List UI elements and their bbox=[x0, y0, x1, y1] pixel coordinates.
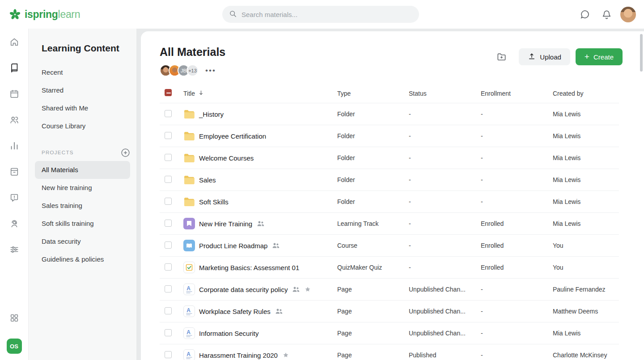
select-all-checkbox[interactable] bbox=[165, 89, 172, 96]
new-folder-button[interactable] bbox=[493, 48, 510, 65]
column-header-type[interactable]: Type bbox=[337, 90, 409, 97]
row-status: Unpublished Chan... bbox=[409, 308, 481, 315]
item-type-folder-icon bbox=[183, 196, 195, 208]
rail-item-learning-content-icon[interactable] bbox=[9, 63, 20, 73]
item-type-folder-icon bbox=[183, 108, 195, 120]
row-checkbox[interactable] bbox=[165, 263, 172, 271]
projects-header: PROJECTS bbox=[35, 148, 130, 157]
table-row[interactable]: Product Line RoadmapCourse-EnrolledYou bbox=[160, 235, 619, 257]
table-row[interactable]: New Hire TrainingLearning Track-Enrolled… bbox=[160, 213, 619, 235]
row-enrollment: - bbox=[481, 198, 553, 205]
item-type-page-icon: A bbox=[183, 327, 195, 339]
rail-item-settings-icon[interactable] bbox=[9, 244, 20, 255]
sidebar-project-sales-training[interactable]: Sales training bbox=[35, 197, 130, 215]
notifications-button[interactable] bbox=[599, 7, 614, 22]
more-members-button[interactable]: ••• bbox=[204, 65, 217, 76]
sidebar-nav: RecentStarredShared with MeCourse Librar… bbox=[29, 64, 136, 135]
rail-item-home-icon[interactable] bbox=[9, 37, 20, 47]
messages-button[interactable] bbox=[577, 7, 593, 22]
sidebar-project-guidelines-policies[interactable]: Guidelines & policies bbox=[35, 250, 130, 268]
table-row[interactable]: Soft SkillsFolder--Mia Lewis bbox=[160, 191, 619, 213]
table-row[interactable]: Welcome CoursesFolder--Mia Lewis bbox=[160, 147, 619, 169]
sidebar-item-course-library[interactable]: Course Library bbox=[35, 117, 130, 135]
row-checkbox[interactable] bbox=[165, 110, 172, 117]
row-checkbox[interactable] bbox=[165, 285, 172, 292]
search-input[interactable] bbox=[242, 11, 413, 18]
table-row[interactable]: Marketing Basics: Assessment 01QuizMaker… bbox=[160, 257, 619, 279]
content-panel: All Materials JB +13 ••• bbox=[141, 31, 644, 360]
people-icon bbox=[257, 221, 264, 226]
row-checkbox[interactable] bbox=[165, 220, 172, 227]
sidebar-project-all-materials[interactable]: All Materials bbox=[35, 161, 130, 179]
svg-text:A: A bbox=[186, 329, 191, 335]
row-created-by: Mia Lewis bbox=[553, 176, 619, 183]
page-title: All Materials bbox=[160, 46, 225, 59]
row-checkbox[interactable] bbox=[165, 154, 172, 161]
create-button[interactable]: + Create bbox=[576, 48, 623, 65]
rail-item-reports-icon[interactable] bbox=[9, 140, 20, 151]
sidebar-item-shared-with-me[interactable]: Shared with Me bbox=[35, 99, 130, 117]
row-created-by: Charlotte McKinsey bbox=[553, 352, 619, 359]
row-checkbox[interactable] bbox=[165, 132, 172, 139]
row-checkbox[interactable] bbox=[165, 241, 172, 249]
table-row[interactable]: SalesFolder--Mia Lewis bbox=[160, 169, 619, 191]
table-row[interactable]: AHarassment Training 2020PagePublished-C… bbox=[160, 344, 619, 360]
row-type: Folder bbox=[337, 132, 409, 140]
row-status: - bbox=[409, 110, 481, 118]
member-overflow-badge[interactable]: +13 bbox=[186, 64, 199, 76]
search-bar[interactable] bbox=[222, 6, 419, 23]
user-avatar[interactable] bbox=[620, 7, 636, 22]
row-status: - bbox=[409, 132, 481, 140]
table-row[interactable]: Employee CertificationFolder--Mia Lewis bbox=[160, 125, 619, 147]
upload-button[interactable]: Upload bbox=[519, 48, 570, 65]
rail-item-support-icon[interactable] bbox=[9, 218, 20, 229]
row-checkbox[interactable] bbox=[165, 329, 172, 336]
column-header-created-by[interactable]: Created by bbox=[553, 90, 619, 97]
item-title: Harassment Training 2020 bbox=[199, 352, 278, 359]
item-title: Marketing Basics: Assessment 01 bbox=[199, 264, 299, 271]
rail-item-feedback-icon[interactable] bbox=[9, 192, 20, 203]
sidebar-project-data-security[interactable]: Data security bbox=[35, 233, 130, 250]
sidebar-item-recent[interactable]: Recent bbox=[35, 64, 130, 81]
row-title-cell: ACorporate data security policy bbox=[183, 284, 337, 295]
topbar: ispringlearn bbox=[0, 0, 644, 29]
sidebar-project-soft-skills-training[interactable]: Soft skills training bbox=[35, 215, 130, 233]
row-created-by: Mia Lewis bbox=[553, 110, 619, 118]
row-checkbox[interactable] bbox=[165, 351, 172, 358]
row-checkbox-cell bbox=[165, 307, 183, 316]
people-icon bbox=[275, 309, 283, 314]
workspace-badge[interactable]: OS bbox=[7, 339, 22, 354]
rail-item-calendar-icon[interactable] bbox=[9, 89, 20, 99]
sidebar-item-starred[interactable]: Starred bbox=[35, 81, 130, 99]
row-type: Page bbox=[337, 330, 409, 337]
member-avatars: JB +13 ••• bbox=[160, 64, 225, 76]
column-header-enrollment[interactable]: Enrollment bbox=[481, 90, 553, 97]
column-header-status[interactable]: Status bbox=[409, 90, 481, 97]
sidebar-project-new-hire-training[interactable]: New hire training bbox=[35, 179, 130, 197]
row-checkbox[interactable] bbox=[165, 198, 172, 205]
item-type-page-icon: A bbox=[183, 305, 195, 317]
table-row[interactable]: AInformation SecurityPageUnpublished Cha… bbox=[160, 322, 619, 344]
item-type-folder-icon bbox=[183, 130, 195, 142]
row-created-by: Mia Lewis bbox=[553, 132, 619, 140]
row-checkbox[interactable] bbox=[165, 176, 172, 183]
table-row[interactable]: ACorporate data security policyPageUnpub… bbox=[160, 279, 619, 301]
table-row[interactable]: AWorkplace Safety RulesPageUnpublished C… bbox=[160, 301, 619, 322]
logo[interactable]: ispringlearn bbox=[0, 8, 80, 21]
add-project-button[interactable] bbox=[120, 148, 130, 157]
row-enrollment: - bbox=[481, 286, 553, 293]
row-checkbox[interactable] bbox=[165, 307, 172, 314]
scrollbar-thumb[interactable] bbox=[640, 34, 643, 72]
row-checkbox-cell bbox=[165, 110, 183, 119]
rail-item-events-icon[interactable] bbox=[9, 166, 20, 177]
star-icon bbox=[305, 286, 311, 292]
row-enrollment: - bbox=[481, 330, 553, 337]
column-header-title[interactable]: Title bbox=[183, 89, 337, 97]
row-checkbox-cell bbox=[165, 198, 183, 206]
rail-item-people-icon[interactable] bbox=[9, 114, 20, 125]
row-status: - bbox=[409, 242, 481, 249]
row-created-by: Mia Lewis bbox=[553, 198, 619, 205]
rail-item-apps-icon[interactable] bbox=[9, 313, 20, 323]
table-row[interactable]: _HistoryFolder--Mia Lewis bbox=[160, 103, 619, 125]
item-type-page-icon: A bbox=[183, 349, 195, 360]
